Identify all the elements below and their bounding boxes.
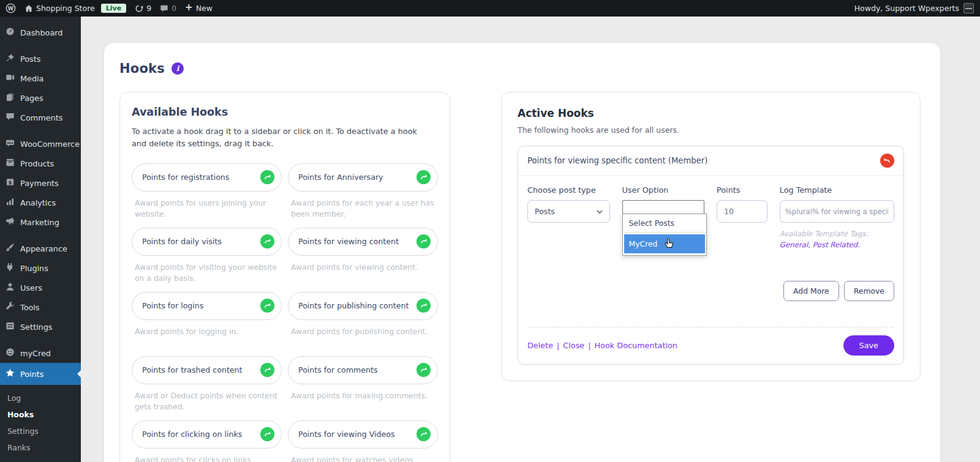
available-hooks-panel: Available Hooks To activate a hook drag … xyxy=(119,92,450,462)
post-type-value: Posts xyxy=(535,207,555,216)
hook-cell: Points for viewing VideosAward points fo… xyxy=(288,420,438,462)
active-hooks-title: Active Hooks xyxy=(518,107,904,119)
sidebar-item-media[interactable]: Media xyxy=(0,69,81,88)
sidebar-item-tools[interactable]: Tools xyxy=(0,297,81,317)
sidebar-item-marketing[interactable]: Marketing xyxy=(0,212,81,232)
hook-card[interactable]: Points for viewing content xyxy=(288,228,438,256)
sidebar-item-products[interactable]: Products xyxy=(0,154,81,173)
woocommerce-icon: Woo xyxy=(6,138,15,149)
sidebar-item-label: Pages xyxy=(20,94,43,103)
activate-hook-arrow-icon[interactable] xyxy=(417,234,431,248)
hook-card-title: Points for publishing content xyxy=(298,301,409,310)
user-option-dropdown: Select PostsMyCred xyxy=(622,214,707,256)
points-icon xyxy=(6,368,15,379)
user-option-label: User Option xyxy=(622,185,705,195)
sidebar-item-pages[interactable]: Pages xyxy=(0,88,81,108)
hook-card[interactable]: Points for comments xyxy=(288,356,438,384)
howdy-account-link[interactable]: Howdy, Support Wpexperts xyxy=(854,4,959,13)
points-input[interactable] xyxy=(717,200,767,223)
remove-button[interactable]: Remove xyxy=(844,281,894,301)
activate-hook-arrow-icon[interactable] xyxy=(260,427,274,441)
site-name-link[interactable]: Shopping Store xyxy=(24,4,95,13)
page-card: Hooks i Available Hooks To activate a ho… xyxy=(104,43,940,462)
updates-indicator[interactable]: 9 xyxy=(135,4,151,13)
sidebar-item-label: Payments xyxy=(20,179,59,188)
cursor-pointer-icon xyxy=(663,238,674,251)
hook-card-description: Award points for watches videos embedded… xyxy=(291,455,435,462)
activate-hook-arrow-icon[interactable] xyxy=(260,363,274,377)
hook-card-title: Points for viewing Videos xyxy=(298,430,394,439)
sidebar-item-users[interactable]: Users xyxy=(0,278,81,297)
add-more-button[interactable]: Add More xyxy=(783,281,839,301)
dropdown-option-select-posts[interactable]: Select Posts xyxy=(623,214,706,233)
sidebar-item-label: Users xyxy=(20,283,42,292)
analytics-icon xyxy=(6,197,15,208)
activate-hook-arrow-icon[interactable] xyxy=(260,299,274,313)
hook-card-title: Points for registrations xyxy=(142,173,229,182)
hook-card-description: Award or Deduct points when content gets… xyxy=(135,390,279,413)
hook-card[interactable]: Points for logins xyxy=(132,292,282,320)
dropdown-option-mycred[interactable]: MyCred xyxy=(624,234,705,253)
post-type-select[interactable]: Posts xyxy=(527,200,610,223)
available-hooks-grid: Points for registrationsAward points for… xyxy=(132,163,438,462)
sidebar-item-posts[interactable]: Posts xyxy=(0,49,81,69)
sidebar-item-points[interactable]: Points xyxy=(0,363,81,385)
sidebar-item-appearance[interactable]: Appearance xyxy=(0,239,81,258)
svg-text:$: $ xyxy=(9,180,12,185)
hook-card[interactable]: Points for trashed content xyxy=(132,356,282,384)
site-name-label: Shopping Store xyxy=(36,4,95,13)
log-template-label: Log Template xyxy=(780,185,894,195)
activate-hook-arrow-icon[interactable] xyxy=(417,170,431,184)
sidebar-item-mycred[interactable]: myCred xyxy=(0,343,81,363)
hook-card[interactable]: Points for publishing content xyxy=(288,292,438,320)
activate-hook-arrow-icon[interactable] xyxy=(260,170,274,184)
sidebar-item-woocommerce[interactable]: WooWooCommerce xyxy=(0,134,81,154)
chevron-down-icon xyxy=(597,207,603,216)
hook-card-description: Award points for users joining your webs… xyxy=(135,198,279,220)
avatar[interactable] xyxy=(963,3,974,13)
hook-cell: Points for commentsAward points for maki… xyxy=(288,356,438,420)
hook-card[interactable]: Points for clicking on links xyxy=(132,420,282,449)
hook-card-title: Points for comments xyxy=(298,365,378,374)
hook-card-description: Award points for publishing content. xyxy=(291,326,435,337)
sidebar-item-plugins[interactable]: Plugins xyxy=(0,258,81,278)
sidebar-item-label: Comments xyxy=(20,113,62,122)
close-link[interactable]: Close xyxy=(563,341,584,350)
sidebar-item-analytics[interactable]: Analytics xyxy=(0,193,81,212)
activate-hook-arrow-icon[interactable] xyxy=(417,427,431,441)
hook-card[interactable]: Points for Anniversary xyxy=(288,163,438,192)
activate-hook-arrow-icon[interactable] xyxy=(417,363,431,377)
points-submenu: LogHooksSettingsRanks xyxy=(0,385,81,462)
available-hooks-description: To activate a hook drag it to a sidebar … xyxy=(132,125,426,150)
wordpress-logo-icon[interactable]: W xyxy=(6,3,16,13)
home-icon xyxy=(24,4,33,13)
hook-card[interactable]: Points for viewing Videos xyxy=(288,420,438,449)
log-template-input[interactable] xyxy=(780,200,894,223)
sidebar-item-settings[interactable]: Settings xyxy=(0,317,81,337)
active-hooks-panel: Active Hooks The following hooks are use… xyxy=(501,92,921,381)
template-tags-links[interactable]: General, Post Related. xyxy=(780,240,860,249)
activate-hook-arrow-icon[interactable] xyxy=(417,299,431,313)
comments-indicator[interactable]: 0 xyxy=(160,4,176,13)
deactivate-hook-button[interactable] xyxy=(880,154,894,168)
hook-documentation-link[interactable]: Hook Documentation xyxy=(595,341,677,350)
info-icon[interactable]: i xyxy=(172,62,184,75)
hook-card-title: Points for trashed content xyxy=(142,365,243,374)
sidebar-item-label: Products xyxy=(20,159,54,168)
submenu-item-hooks[interactable]: Hooks xyxy=(0,406,81,423)
new-menu[interactable]: + New xyxy=(185,4,213,13)
sidebar-item-dashboard[interactable]: Dashboard xyxy=(0,23,81,42)
hook-card-description: Award points for clicks on links generat… xyxy=(135,455,279,462)
submenu-item-settings[interactable]: Settings xyxy=(0,423,81,439)
hook-card[interactable]: Points for registrations xyxy=(132,163,282,192)
save-button[interactable]: Save xyxy=(843,335,894,356)
submenu-item-ranks[interactable]: Ranks xyxy=(0,439,81,456)
delete-link[interactable]: Delete xyxy=(527,341,553,350)
sidebar-item-payments[interactable]: $Payments xyxy=(0,173,81,193)
activate-hook-arrow-icon[interactable] xyxy=(260,234,274,248)
hook-card[interactable]: Points for daily visits xyxy=(132,228,282,256)
sidebar-item-label: Points xyxy=(20,370,43,379)
sidebar-item-comments[interactable]: Comments xyxy=(0,108,81,127)
submenu-item-log[interactable]: Log xyxy=(0,390,81,406)
hook-card-description: Award points for visiting your website o… xyxy=(135,262,279,285)
